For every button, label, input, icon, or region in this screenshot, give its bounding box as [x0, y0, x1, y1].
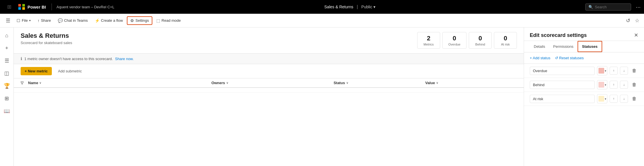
- metric-label-metrics: Metrics: [423, 43, 434, 46]
- status-name-atrisk[interactable]: [530, 95, 595, 103]
- nav-toggle-icon[interactable]: ☰: [3, 16, 13, 25]
- search-icon: 🔍: [588, 5, 593, 9]
- main-container: ⌂ + ☰ ◫ 🏆 ⊞ 📖 Sales & Returns Scorecard …: [0, 27, 644, 166]
- top-navigation: ⊞ Power BI Aquent vendor team – DevRel C…: [0, 0, 644, 14]
- metric-value-overdue: 0: [448, 35, 460, 42]
- status-delete-overdue[interactable]: 🗑: [630, 67, 638, 75]
- report-name: Sales & Returns: [324, 5, 353, 9]
- nav-divider: [52, 3, 52, 10]
- sidebar-item-create[interactable]: +: [1, 42, 13, 54]
- color-dropdown-icon: ▾: [605, 97, 606, 100]
- scorecard-title: Sales & Returns: [21, 32, 410, 39]
- metric-value-atrisk: 0: [500, 35, 511, 42]
- atrisk-color-swatch: [598, 96, 604, 102]
- read-mode-icon: ⬚: [156, 18, 160, 23]
- sort-status-icon: ∨: [346, 81, 348, 84]
- file-dropdown-icon: ▾: [29, 19, 31, 22]
- status-up-overdue[interactable]: ↑: [610, 67, 618, 75]
- panel-title: Edit scorecard settings: [530, 32, 587, 38]
- scorecard-header: Sales & Returns Scorecard for skateboard…: [14, 27, 524, 54]
- column-header-status[interactable]: Status ∨: [334, 81, 425, 85]
- column-header-owners[interactable]: Owners ∨: [211, 81, 334, 85]
- table-row: [14, 88, 524, 93]
- more-options-icon[interactable]: ···: [636, 4, 641, 10]
- info-bar: ℹ 1 metric owner doesn't have access to …: [14, 54, 524, 64]
- search-box[interactable]: 🔍: [585, 3, 631, 11]
- sort-value-icon: ∨: [436, 81, 438, 84]
- left-sidebar: ⌂ + ☰ ◫ 🏆 ⊞ 📖: [0, 27, 14, 166]
- chat-in-teams-button[interactable]: 💬 Chat in Teams: [55, 17, 91, 24]
- settings-panel: Edit scorecard settings ✕ Details Permis…: [524, 27, 644, 166]
- info-message: 1 metric owner doesn't have access to th…: [24, 57, 113, 61]
- status-name-behind[interactable]: [530, 81, 595, 89]
- status-down-overdue[interactable]: ↓: [620, 67, 628, 75]
- status-color-behind[interactable]: ▾: [597, 80, 607, 89]
- toolbar-right: ↺ ☆: [625, 16, 641, 25]
- metric-value-behind: 0: [475, 35, 486, 42]
- info-icon: ℹ: [21, 56, 22, 61]
- metric-cards: 2 Metrics 0 Overdue 0 Behind 0 At risk: [417, 32, 517, 49]
- metric-card-atrisk: 0 At risk: [494, 32, 517, 49]
- sidebar-item-apps[interactable]: ◫: [1, 68, 13, 79]
- status-down-behind[interactable]: ↓: [620, 81, 628, 89]
- share-now-link[interactable]: Share now.: [115, 57, 134, 61]
- status-delete-atrisk[interactable]: 🗑: [630, 95, 638, 103]
- color-dropdown-icon: ▾: [605, 69, 606, 72]
- share-button[interactable]: ↑ Share: [35, 17, 54, 24]
- reset-statuses-button[interactable]: ↺ Reset statuses: [555, 56, 584, 60]
- search-input[interactable]: [595, 5, 626, 9]
- metric-label-atrisk: At risk: [500, 43, 511, 46]
- filter-icon[interactable]: ▽: [21, 81, 23, 85]
- table-header: ▽ Name ∨ Owners ∨ Status ∨ Value ∨: [14, 78, 524, 88]
- scorecard-title-section: Sales & Returns Scorecard for skateboard…: [21, 32, 410, 49]
- settings-icon: ⚙: [130, 18, 134, 23]
- sidebar-item-browse[interactable]: ☰: [1, 55, 13, 66]
- column-header-value[interactable]: Value ∨: [425, 81, 517, 85]
- status-up-atrisk[interactable]: ↑: [610, 95, 618, 103]
- read-mode-button[interactable]: ⬚ Read mode: [153, 17, 184, 24]
- status-up-behind[interactable]: ↑: [610, 81, 618, 89]
- status-name-overdue[interactable]: [530, 67, 595, 75]
- metric-label-overdue: Overdue: [448, 43, 460, 46]
- add-status-button[interactable]: + Add status: [530, 56, 550, 60]
- microsoft-logo: [18, 4, 24, 10]
- create-flow-button[interactable]: ⚡ Create a flow: [92, 17, 126, 24]
- panel-header: Edit scorecard settings ✕: [524, 27, 644, 41]
- settings-button[interactable]: ⚙ Settings: [127, 16, 152, 25]
- sidebar-item-learn[interactable]: 📖: [1, 105, 13, 117]
- tab-statuses[interactable]: Statuses: [578, 41, 602, 52]
- add-submetric-button[interactable]: Add submetric: [54, 67, 86, 75]
- workspace-name: Aquent vendor team – DevRel C+L: [56, 5, 114, 9]
- share-icon: ↑: [38, 18, 40, 23]
- file-icon: ☐: [17, 18, 20, 23]
- action-row: + New metric Add submetric: [14, 64, 524, 78]
- file-button[interactable]: ☐ File ▾: [14, 17, 34, 24]
- status-color-atrisk[interactable]: ▾: [597, 94, 607, 103]
- sidebar-item-home[interactable]: ⌂: [1, 30, 13, 41]
- visibility-selector[interactable]: Public ▾: [361, 5, 375, 9]
- tab-details[interactable]: Details: [530, 42, 549, 52]
- status-row-atrisk: ▾ ↑ ↓ 🗑: [524, 92, 644, 106]
- panel-actions: + Add status ↺ Reset statuses: [524, 52, 644, 64]
- app-name: Power BI: [27, 5, 46, 9]
- status-down-atrisk[interactable]: ↓: [620, 95, 628, 103]
- sidebar-item-workspaces[interactable]: ⊞: [1, 93, 13, 104]
- panel-close-button[interactable]: ✕: [634, 32, 638, 38]
- status-delete-behind[interactable]: 🗑: [630, 81, 638, 89]
- sort-owners-icon: ∨: [226, 81, 228, 84]
- refresh-icon[interactable]: ↺: [625, 16, 631, 25]
- status-color-overdue[interactable]: ▾: [597, 66, 607, 75]
- metric-value-metrics: 2: [423, 35, 434, 42]
- new-metric-button[interactable]: + New metric: [21, 67, 52, 75]
- column-header-name[interactable]: Name ∨: [28, 81, 211, 85]
- chevron-down-icon: ▾: [373, 5, 375, 9]
- bookmark-icon[interactable]: ☆: [634, 16, 641, 25]
- grid-icon[interactable]: ⊞: [3, 1, 15, 13]
- sort-name-icon: ∨: [39, 81, 41, 84]
- overdue-color-swatch: [598, 68, 604, 74]
- flow-icon: ⚡: [95, 18, 100, 23]
- metric-label-behind: Behind: [475, 43, 486, 46]
- sidebar-item-metrics[interactable]: 🏆: [1, 80, 13, 92]
- metric-card-metrics: 2 Metrics: [417, 32, 440, 49]
- tab-permissions[interactable]: Permissions: [549, 42, 578, 52]
